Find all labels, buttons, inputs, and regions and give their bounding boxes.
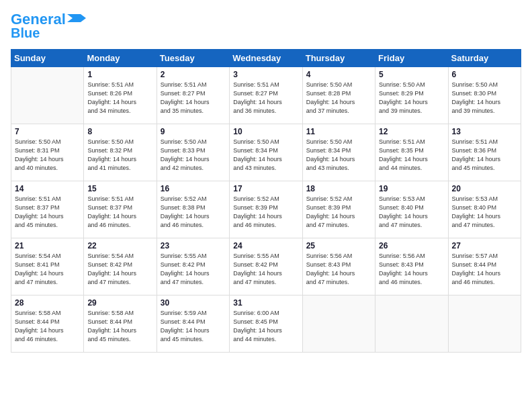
calendar-week-row: 1Sunrise: 5:51 AM Sunset: 8:26 PM Daylig… [11,67,521,124]
calendar-week-row: 7Sunrise: 5:50 AM Sunset: 8:31 PM Daylig… [11,124,521,181]
day-info: Sunrise: 5:51 AM Sunset: 8:27 PM Dayligh… [233,81,298,116]
calendar-cell [448,295,521,353]
day-number: 14 [15,184,80,193]
day-number: 10 [233,127,298,136]
calendar-cell: 25Sunrise: 5:56 AM Sunset: 8:43 PM Dayli… [302,238,375,295]
calendar-cell: 5Sunrise: 5:50 AM Sunset: 8:29 PM Daylig… [375,67,448,124]
day-info: Sunrise: 5:53 AM Sunset: 8:40 PM Dayligh… [452,195,517,230]
day-number: 30 [161,298,226,308]
day-number: 29 [87,298,152,308]
page-header: General Blue [11,11,521,41]
day-number: 18 [306,184,371,193]
day-info: Sunrise: 5:50 AM Sunset: 8:30 PM Dayligh… [452,81,517,116]
calendar-cell: 3Sunrise: 5:51 AM Sunset: 8:27 PM Daylig… [230,67,302,124]
calendar-cell: 16Sunrise: 5:52 AM Sunset: 8:38 PM Dayli… [157,181,229,238]
day-info: Sunrise: 5:54 AM Sunset: 8:41 PM Dayligh… [15,252,80,287]
calendar-cell: 1Sunrise: 5:51 AM Sunset: 8:26 PM Daylig… [84,67,157,124]
day-info: Sunrise: 6:00 AM Sunset: 8:45 PM Dayligh… [233,309,298,344]
calendar-cell [11,67,84,124]
day-info: Sunrise: 5:58 AM Sunset: 8:44 PM Dayligh… [87,309,152,344]
calendar-cell: 26Sunrise: 5:56 AM Sunset: 8:43 PM Dayli… [375,238,448,295]
day-info: Sunrise: 5:53 AM Sunset: 8:40 PM Dayligh… [379,195,444,230]
day-info: Sunrise: 5:59 AM Sunset: 8:44 PM Dayligh… [161,309,226,344]
day-info: Sunrise: 5:57 AM Sunset: 8:44 PM Dayligh… [452,252,517,287]
day-number: 6 [452,70,517,79]
day-number: 23 [161,241,226,250]
calendar-cell: 6Sunrise: 5:50 AM Sunset: 8:30 PM Daylig… [448,67,521,124]
calendar-cell: 18Sunrise: 5:52 AM Sunset: 8:39 PM Dayli… [302,181,375,238]
day-number: 17 [233,184,298,193]
calendar-cell: 20Sunrise: 5:53 AM Sunset: 8:40 PM Dayli… [448,181,521,238]
calendar-cell: 17Sunrise: 5:52 AM Sunset: 8:39 PM Dayli… [230,181,302,238]
day-info: Sunrise: 5:51 AM Sunset: 8:26 PM Dayligh… [87,81,152,116]
calendar-header-row: SundayMondayTuesdayWednesdayThursdayFrid… [11,50,521,67]
calendar-cell: 27Sunrise: 5:57 AM Sunset: 8:44 PM Dayli… [448,238,521,295]
calendar-cell: 11Sunrise: 5:50 AM Sunset: 8:34 PM Dayli… [302,124,375,181]
calendar-cell: 13Sunrise: 5:51 AM Sunset: 8:36 PM Dayli… [448,124,521,181]
calendar-cell: 4Sunrise: 5:50 AM Sunset: 8:28 PM Daylig… [302,67,375,124]
calendar-cell [302,295,375,353]
day-info: Sunrise: 5:51 AM Sunset: 8:37 PM Dayligh… [87,195,152,230]
day-info: Sunrise: 5:51 AM Sunset: 8:37 PM Dayligh… [15,195,80,230]
day-number: 9 [161,127,226,136]
weekday-header: Wednesday [230,50,302,67]
day-info: Sunrise: 5:50 AM Sunset: 8:32 PM Dayligh… [87,138,152,173]
day-info: Sunrise: 5:50 AM Sunset: 8:28 PM Dayligh… [306,81,371,116]
svg-marker-0 [67,14,86,22]
calendar-cell: 12Sunrise: 5:51 AM Sunset: 8:35 PM Dayli… [375,124,448,181]
day-number: 13 [452,127,517,136]
calendar-cell: 2Sunrise: 5:51 AM Sunset: 8:27 PM Daylig… [157,67,229,124]
day-info: Sunrise: 5:50 AM Sunset: 8:34 PM Dayligh… [233,138,298,173]
day-number: 2 [161,70,226,79]
calendar-cell: 28Sunrise: 5:58 AM Sunset: 8:44 PM Dayli… [11,295,84,353]
logo-arrow-icon [67,11,86,25]
day-number: 3 [233,70,298,79]
day-number: 12 [379,127,444,136]
calendar-cell: 8Sunrise: 5:50 AM Sunset: 8:32 PM Daylig… [84,124,157,181]
calendar-week-row: 28Sunrise: 5:58 AM Sunset: 8:44 PM Dayli… [11,295,521,353]
day-info: Sunrise: 5:56 AM Sunset: 8:43 PM Dayligh… [306,252,371,287]
day-number: 1 [87,70,152,79]
day-info: Sunrise: 5:56 AM Sunset: 8:43 PM Dayligh… [379,252,444,287]
day-info: Sunrise: 5:51 AM Sunset: 8:27 PM Dayligh… [161,81,226,116]
day-info: Sunrise: 5:55 AM Sunset: 8:42 PM Dayligh… [161,252,226,287]
day-info: Sunrise: 5:58 AM Sunset: 8:44 PM Dayligh… [15,309,80,344]
day-info: Sunrise: 5:54 AM Sunset: 8:42 PM Dayligh… [87,252,152,287]
calendar-cell [375,295,448,353]
weekday-header: Thursday [302,50,375,67]
calendar-week-row: 14Sunrise: 5:51 AM Sunset: 8:37 PM Dayli… [11,181,521,238]
day-number: 22 [87,241,152,250]
logo-blue: Blue [11,26,40,41]
calendar-cell: 21Sunrise: 5:54 AM Sunset: 8:41 PM Dayli… [11,238,84,295]
day-number: 25 [306,241,371,250]
day-info: Sunrise: 5:50 AM Sunset: 8:31 PM Dayligh… [15,138,80,173]
calendar-week-row: 21Sunrise: 5:54 AM Sunset: 8:41 PM Dayli… [11,238,521,295]
calendar-cell: 14Sunrise: 5:51 AM Sunset: 8:37 PM Dayli… [11,181,84,238]
calendar-cell: 10Sunrise: 5:50 AM Sunset: 8:34 PM Dayli… [230,124,302,181]
day-number: 19 [379,184,444,193]
day-number: 8 [87,127,152,136]
day-info: Sunrise: 5:50 AM Sunset: 8:33 PM Dayligh… [161,138,226,173]
day-number: 28 [15,298,80,308]
calendar-cell: 15Sunrise: 5:51 AM Sunset: 8:37 PM Dayli… [84,181,157,238]
day-number: 11 [306,127,371,136]
day-number: 4 [306,70,371,79]
day-number: 26 [379,241,444,250]
calendar-cell: 31Sunrise: 6:00 AM Sunset: 8:45 PM Dayli… [230,295,302,353]
calendar-cell: 7Sunrise: 5:50 AM Sunset: 8:31 PM Daylig… [11,124,84,181]
calendar-cell: 23Sunrise: 5:55 AM Sunset: 8:42 PM Dayli… [157,238,229,295]
day-number: 7 [15,127,80,136]
day-number: 24 [233,241,298,250]
calendar-table: SundayMondayTuesdayWednesdayThursdayFrid… [11,49,521,353]
day-info: Sunrise: 5:51 AM Sunset: 8:35 PM Dayligh… [379,138,444,173]
day-number: 16 [161,184,226,193]
day-info: Sunrise: 5:50 AM Sunset: 8:34 PM Dayligh… [306,138,371,173]
day-info: Sunrise: 5:55 AM Sunset: 8:42 PM Dayligh… [233,252,298,287]
day-info: Sunrise: 5:50 AM Sunset: 8:29 PM Dayligh… [379,81,444,116]
weekday-header: Friday [375,50,448,67]
day-number: 5 [379,70,444,79]
day-info: Sunrise: 5:52 AM Sunset: 8:38 PM Dayligh… [161,195,226,230]
day-info: Sunrise: 5:52 AM Sunset: 8:39 PM Dayligh… [233,195,298,230]
day-number: 27 [452,241,517,250]
day-number: 15 [87,184,152,193]
